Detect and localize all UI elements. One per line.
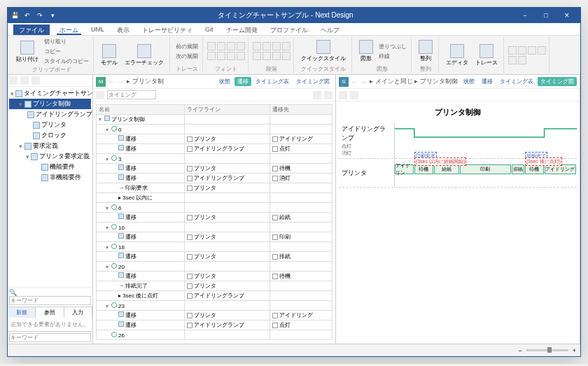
- checkbox-icon[interactable]: [187, 274, 192, 279]
- breadcrumb[interactable]: ▸ メインと同じ ▸ プリンタ制御: [370, 77, 458, 86]
- column-header[interactable]: 名前: [97, 105, 185, 115]
- table-row[interactable]: 遷移アイドリングランプ消灯: [97, 174, 332, 183]
- undo-icon[interactable]: ↶: [23, 11, 31, 20]
- expand-icon[interactable]: ▾: [18, 101, 23, 108]
- expand-icon[interactable]: ▾: [106, 303, 111, 309]
- ribbon-button[interactable]: 整列: [416, 38, 435, 64]
- ribbon-button-sm[interactable]: 前の展開: [174, 42, 200, 51]
- ribbon-icon[interactable]: [207, 52, 216, 60]
- table-row[interactable]: 遷移プリンタアイドリング: [97, 134, 332, 144]
- checkbox-icon[interactable]: [187, 254, 192, 260]
- sidebar-tab[interactable]: 入力: [64, 307, 92, 318]
- checkbox-icon[interactable]: [272, 136, 278, 142]
- table-row[interactable]: ▾23: [97, 301, 332, 311]
- ribbon-icon[interactable]: [272, 52, 281, 60]
- qat-dropdown-icon[interactable]: ▾: [48, 11, 57, 20]
- ribbon-button-sm[interactable]: 切り取り: [43, 37, 90, 46]
- pane-search-input[interactable]: [107, 90, 156, 99]
- menu-tab-トレーサビリティ[interactable]: トレーサビリティ: [139, 24, 195, 35]
- checkbox-icon[interactable]: [187, 166, 192, 171]
- sidebar-search-input[interactable]: [9, 296, 91, 305]
- nav-back-icon[interactable]: ←: [351, 78, 358, 85]
- table-row[interactable]: 遷移プリンタ待機: [97, 164, 332, 174]
- state-segment[interactable]: アイドリン: [395, 164, 414, 174]
- expand-icon[interactable]: ▾: [106, 244, 111, 251]
- tree-node[interactable]: アイドリングランプ: [9, 109, 91, 120]
- checkbox-icon[interactable]: [187, 234, 192, 240]
- menu-tab-プロファイル[interactable]: プロファイル: [267, 24, 311, 35]
- zoom-in-button[interactable]: +: [573, 347, 576, 354]
- timing-chart[interactable]: アイドリングランプ点灯消灯プリンタアイドリン待機給紙印刷排紙待機アイドリング印刷…: [339, 123, 577, 188]
- checkbox-icon[interactable]: [272, 323, 278, 328]
- checkbox-icon[interactable]: [187, 136, 192, 142]
- ribbon-button-sm[interactable]: スタイルのコピー: [43, 57, 90, 66]
- state-segment[interactable]: 排紙: [512, 164, 524, 174]
- checkbox-icon[interactable]: [187, 283, 192, 289]
- model-tree[interactable]: ▾タイミングチャートサンプル▾プリンタ制御アイドリングランププリンタクロック▾要…: [8, 87, 92, 287]
- ribbon-icon[interactable]: [262, 42, 271, 50]
- nav-fwd-icon[interactable]: →: [360, 78, 367, 85]
- table-row[interactable]: ▾10: [97, 223, 332, 232]
- table-row[interactable]: 遷移プリンタ印刷: [97, 232, 332, 242]
- checkbox-icon[interactable]: [272, 166, 278, 171]
- table-row[interactable]: ▾6: [97, 203, 332, 213]
- menu-tab-Git[interactable]: Git: [202, 24, 216, 35]
- pane-tab[interactable]: タイミング図: [538, 77, 577, 86]
- ribbon-button-sm[interactable]: 枠線: [377, 52, 408, 61]
- checkbox-icon[interactable]: [187, 185, 192, 191]
- close-button[interactable]: ✕: [556, 8, 578, 23]
- ribbon-icon[interactable]: [227, 52, 235, 60]
- filter-icon[interactable]: [31, 76, 40, 85]
- table-row[interactable]: ▾18: [97, 242, 332, 252]
- checkbox-icon[interactable]: [187, 323, 192, 328]
- expand-icon[interactable]: ▾: [106, 127, 111, 133]
- ribbon-icon[interactable]: [262, 52, 271, 60]
- checkbox-icon[interactable]: [272, 274, 278, 279]
- zoom-slider[interactable]: [526, 349, 568, 351]
- ribbon-icon[interactable]: [253, 42, 261, 50]
- checkbox-icon[interactable]: [272, 176, 278, 181]
- expand-icon[interactable]: ▾: [106, 156, 111, 162]
- breadcrumb[interactable]: ▸ プリンタ制: [127, 77, 164, 86]
- table-row[interactable]: → 印刷要求プリンタ: [97, 183, 332, 193]
- expand-icon[interactable]: ▾: [26, 153, 29, 160]
- menu-tab-チーム開発[interactable]: チーム開発: [223, 24, 260, 35]
- ribbon-icon[interactable]: [518, 56, 526, 64]
- checkbox-icon[interactable]: [187, 313, 192, 318]
- sidebar-tab[interactable]: 参照: [36, 307, 64, 318]
- table-row[interactable]: 遷移アイドリングランプ点灯: [97, 144, 332, 154]
- pane-tab[interactable]: タイミング表: [497, 77, 536, 86]
- table-row[interactable]: ▾3: [97, 154, 332, 164]
- tree-node[interactable]: ▾要求定義: [9, 141, 91, 151]
- table-row[interactable]: ▸ 3sec 以内に: [97, 193, 332, 203]
- pane-tab[interactable]: 状態: [461, 77, 477, 86]
- table-row[interactable]: ▾20: [97, 262, 332, 272]
- table-row[interactable]: 遷移プリンタアイドリング: [97, 311, 332, 321]
- column-header[interactable]: 遷移先: [270, 105, 332, 115]
- expand-icon[interactable]: ▾: [106, 205, 111, 211]
- maximize-button[interactable]: □: [536, 8, 556, 23]
- ribbon-icon[interactable]: [508, 56, 517, 64]
- pane-tab[interactable]: タイミング表: [253, 77, 292, 86]
- ribbon-button-sm[interactable]: コピー: [43, 47, 90, 56]
- ribbon-button-sm[interactable]: 次の展開: [174, 52, 200, 61]
- ribbon-icon[interactable]: [227, 42, 235, 50]
- checkbox-icon[interactable]: [272, 146, 278, 152]
- transition-table[interactable]: 名前ライフライン遷移先 ▾プリンタ制御▾0遷移プリンタアイドリング遷移アイドリン…: [96, 104, 332, 340]
- menu-tab-表示[interactable]: 表示: [114, 24, 132, 35]
- checkbox-icon[interactable]: [187, 146, 192, 152]
- sidebar-bottom-input[interactable]: [9, 333, 91, 342]
- redo-icon[interactable]: ↷: [36, 11, 44, 20]
- table-row[interactable]: 遷移プリンタ待機: [97, 272, 332, 281]
- ribbon-icon[interactable]: [253, 52, 261, 60]
- checkbox-icon[interactable]: [187, 215, 192, 220]
- tree-node[interactable]: 非機能要件: [9, 172, 91, 183]
- ribbon-button-sm[interactable]: 塗りつぶし: [377, 42, 408, 51]
- tree-node[interactable]: ▾プリンタ要求定義: [9, 151, 91, 162]
- pane-tab[interactable]: タイミング図: [293, 77, 332, 86]
- table-row[interactable]: 26: [97, 330, 332, 340]
- menu-tab-ヘルプ[interactable]: ヘルプ: [318, 24, 342, 35]
- ribbon-icon[interactable]: [217, 42, 225, 50]
- ribbon-button[interactable]: トレース: [472, 43, 500, 68]
- state-segment[interactable]: 給紙: [434, 164, 459, 174]
